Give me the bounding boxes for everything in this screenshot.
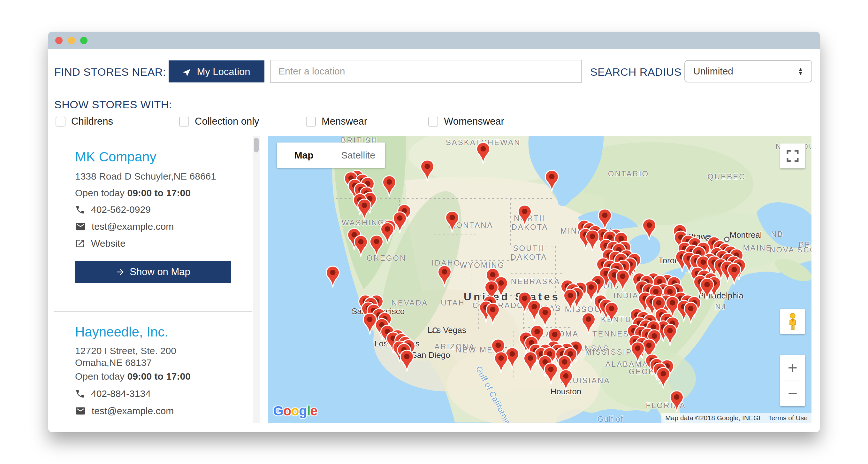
list-scrollbar[interactable] <box>253 136 260 423</box>
map-pin[interactable] <box>656 367 671 390</box>
show-stores-label: SHOW STORES WITH: <box>54 98 172 111</box>
store-email-row[interactable]: test@example.com <box>75 406 174 416</box>
external-link-icon <box>75 238 85 249</box>
map-pin[interactable] <box>353 235 368 258</box>
map-pin[interactable] <box>604 302 619 325</box>
map-pin[interactable] <box>437 265 452 288</box>
store-phone-row[interactable]: 402-562-0929 <box>75 204 151 215</box>
map-pin[interactable] <box>544 362 558 385</box>
zoom-out-button[interactable]: − <box>780 381 805 406</box>
map-pin[interactable] <box>563 289 578 312</box>
filter-label: Collection only <box>195 116 259 127</box>
store-name[interactable]: Hayneedle, Inc. <box>75 324 168 340</box>
phone-icon <box>75 388 85 399</box>
my-location-icon <box>183 67 192 77</box>
checkbox-collection-only[interactable] <box>179 117 189 126</box>
map-pin[interactable] <box>486 302 500 326</box>
email-icon <box>75 221 86 232</box>
my-location-label: My Location <box>197 66 250 78</box>
store-card-hayneedle[interactable]: Hayneedle, Inc. 12720 I Street, Ste. 200… <box>54 311 252 423</box>
app-window: FIND STORES NEAR: My Location SEARCH RAD… <box>48 32 820 432</box>
fullscreen-button[interactable] <box>780 143 805 168</box>
filter-womenswear[interactable]: Womenswear <box>428 116 504 127</box>
list-scrollbar-thumb[interactable] <box>254 138 259 152</box>
store-address: 12720 I Street, Ste. 200 Omaha,NE 68137 <box>75 345 225 369</box>
store-hours: Open today 09:00 to 17:00 <box>75 187 191 198</box>
minimize-button[interactable] <box>68 37 75 44</box>
store-website-row[interactable]: Website <box>75 238 125 249</box>
store-email: test@example.com <box>92 221 174 232</box>
map-pin[interactable] <box>630 341 645 364</box>
store-email-row[interactable]: test@example.com <box>75 221 174 232</box>
map-pin[interactable] <box>581 312 596 335</box>
terms-of-use-link[interactable]: Terms of Use <box>764 413 811 423</box>
map-pin[interactable] <box>615 269 630 292</box>
zoom-control: + − <box>780 355 805 406</box>
store-card-mk-company[interactable]: MK Company 1338 Road D Schuyler,NE 68661… <box>54 137 252 302</box>
filter-menswear[interactable]: Menswear <box>306 116 367 127</box>
map-pin[interactable] <box>369 235 384 258</box>
fullscreen-icon <box>786 150 799 162</box>
close-button[interactable] <box>55 37 63 44</box>
filter-label: Womenswear <box>444 116 504 127</box>
zoom-in-button[interactable]: + <box>780 355 805 381</box>
arrow-right-icon <box>116 267 125 277</box>
map-pin[interactable] <box>663 324 677 347</box>
pegman-icon <box>785 313 800 330</box>
search-radius-label: SEARCH RADIUS <box>590 66 682 78</box>
filter-childrens[interactable]: Childrens <box>56 116 113 127</box>
map-pin[interactable] <box>357 198 372 222</box>
map-canvas[interactable]: BRITISHCOLUMBIASASKATCHEWANONTARIOQUEBEC… <box>268 136 811 423</box>
map-pin[interactable] <box>400 350 414 373</box>
map-pin[interactable] <box>517 205 532 228</box>
radius-select[interactable]: Unlimited ▲▼ <box>684 60 812 82</box>
map-type-control: Map Satellite <box>277 143 385 168</box>
show-on-map-label: Show on Map <box>130 266 190 278</box>
email-icon <box>75 406 86 416</box>
map-pin[interactable] <box>326 266 340 289</box>
map-pin[interactable] <box>585 229 600 253</box>
map-pin[interactable] <box>494 351 508 374</box>
store-hours: Open today 09:00 to 17:00 <box>75 371 191 382</box>
map-pin[interactable] <box>683 302 698 325</box>
map-pin[interactable] <box>669 390 684 413</box>
pegman-button[interactable] <box>780 309 805 334</box>
map-pin[interactable] <box>523 351 538 374</box>
store-list[interactable]: MK Company 1338 Road D Schuyler,NE 68661… <box>54 136 260 423</box>
store-address: 1338 Road D Schuyler,NE 68661 <box>75 170 225 182</box>
radius-value: Unlimited <box>693 66 798 77</box>
store-website: Website <box>91 238 125 249</box>
map-pin[interactable] <box>700 278 714 301</box>
map-pin[interactable] <box>642 218 657 241</box>
map-pin[interactable] <box>545 170 559 193</box>
map-attribution: Map data ©2018 Google, INEGI Terms of Us… <box>661 413 811 423</box>
find-stores-label: FIND STORES NEAR: <box>54 66 166 78</box>
checkbox-menswear[interactable] <box>306 117 316 126</box>
store-name[interactable]: MK Company <box>75 149 156 165</box>
window-titlebar <box>48 32 820 49</box>
tab-satellite[interactable]: Satellite <box>331 143 385 168</box>
map-pins-layer <box>268 136 811 423</box>
store-email: test@example.com <box>92 406 174 416</box>
map-pin[interactable] <box>420 160 435 182</box>
map-pin[interactable] <box>382 175 397 198</box>
store-phone-row[interactable]: 402-884-3134 <box>75 388 151 399</box>
store-phone: 402-884-3134 <box>91 388 151 399</box>
map-data-text: Map data ©2018 Google, INEGI <box>661 413 764 423</box>
tab-map[interactable]: Map <box>277 143 331 168</box>
show-on-map-button[interactable]: Show on Map <box>75 261 231 283</box>
map-pin[interactable] <box>559 369 573 392</box>
map-pin[interactable] <box>727 263 742 286</box>
phone-icon <box>75 205 85 215</box>
my-location-button[interactable]: My Location <box>168 60 265 82</box>
filter-label: Menswear <box>321 116 367 127</box>
checkbox-womenswear[interactable] <box>428 117 438 126</box>
google-logo[interactable]: Google <box>273 403 317 418</box>
select-arrows-icon: ▲▼ <box>798 67 803 76</box>
checkbox-childrens[interactable] <box>56 117 65 126</box>
map-pin[interactable] <box>476 142 491 165</box>
filter-collection-only[interactable]: Collection only <box>179 116 259 127</box>
map-pin[interactable] <box>445 211 460 234</box>
location-search-input[interactable] <box>270 60 582 83</box>
zoom-button[interactable] <box>80 37 88 44</box>
